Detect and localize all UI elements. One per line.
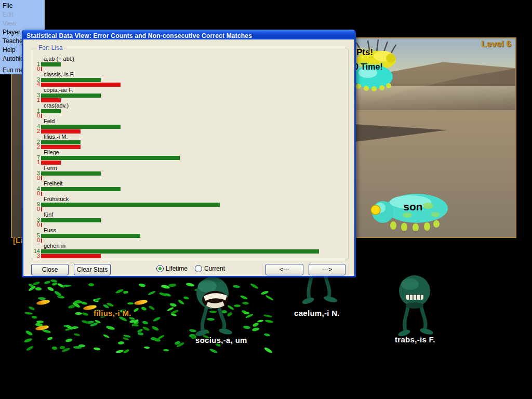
floor-word-label: socius,-a, um [195,336,247,344]
bar-line: 1 [33,62,347,66]
swarm-bug [263,347,272,354]
prev-button[interactable]: <--- [265,264,303,275]
swarm-bug [93,347,100,351]
correct-bar [41,94,101,98]
error-bar [41,176,42,180]
bar-line: 0 [33,222,347,227]
next-button[interactable]: ---> [309,264,345,275]
swarm-bug [82,312,88,316]
error-bar [41,145,81,149]
error-bar [41,207,42,211]
swarm-bug [263,314,272,317]
correct-bar [41,78,101,82]
close-button[interactable]: Close [31,264,69,275]
floor-word-label: caelum,-i N. [294,309,340,317]
swarm-bug [52,346,58,349]
correct-bar [41,218,101,222]
correct-bar [41,171,101,176]
swarm-bug [168,284,176,287]
correct-bar [41,203,220,207]
radio-current[interactable]: Current [195,265,225,272]
swarm-bug [152,325,159,331]
swarm-bug [47,337,53,341]
swarm-bug [163,349,169,352]
floor-word-label: trabs,-is F. [395,335,435,344]
swarm-bug [42,329,51,333]
swarm-bug [115,288,124,294]
swarm-bug [251,327,259,331]
bar-line: 2 [33,129,347,134]
error-bar [41,129,81,134]
swarm-bug [141,307,147,311]
error-count: 0 [33,191,40,196]
time-label: 0 Time! [354,62,383,72]
level-indicator: Level 6 [481,39,511,49]
swarm-bug [250,283,259,289]
swarm-bug [118,341,125,345]
chart-item-label: Fuss [44,227,347,233]
chart-item-label: copia,-ae F. [44,87,347,93]
swarm-bug [133,307,139,312]
monster-trabs[interactable] [392,275,437,337]
radio-group: LifetimeCurrent [156,265,225,272]
swarm-bug [75,312,82,315]
radio-circle-icon[interactable] [156,265,164,272]
orange-bug [134,299,148,305]
correct-bar [41,187,121,191]
clear-stats-button[interactable]: Clear Stats [74,264,111,275]
chart-row: cras(adv.)10 [33,102,347,118]
dialog-titlebar[interactable]: Statistical Data View: Error Counts and … [23,30,354,39]
menu-item-view: View [0,20,45,29]
chart-row: Form30 [33,165,347,180]
swarm-bug [29,306,35,311]
radio-circle-icon[interactable] [195,265,202,272]
swarm-bug [123,349,129,354]
error-count: 0 [33,222,40,227]
swarm-bug [183,296,190,300]
bar-line: 4 [33,82,347,87]
correct-bar [41,249,319,254]
chart-item-label: Form [44,165,347,171]
bar-line: 3 [33,93,347,98]
chart-row: Frühstück90 [33,196,347,211]
stats-dialog: Statistical Data View: Error Counts and … [22,30,356,277]
error-bar [41,254,101,258]
bar-line: 1 [33,109,347,113]
swarm-bug [142,321,149,325]
chart-row: Fuss50 [33,227,347,243]
monster-socius[interactable] [189,276,236,336]
error-count: 4 [33,82,40,87]
error-count: 0 [33,66,40,71]
bar-line: 0 [33,191,347,196]
radio-lifetime[interactable]: Lifetime [156,265,188,272]
dialog-body: For: Lisa a,ab (+ abl.)10classis,-is F.3… [23,39,354,276]
bar-line: 5 [33,233,347,238]
swarm-bug [261,290,269,295]
swarm-bug [147,290,155,296]
chart-item-label: Freiheit [44,180,347,187]
swarm-bug [74,333,80,336]
chart-row: copia,-ae F.31 [33,87,347,102]
bar-line: 1 [33,98,347,102]
bar-line: 0 [33,207,347,211]
error-bar [41,98,61,102]
swarm-bug [116,349,124,353]
swarm-bug [35,287,42,290]
menu-item-file[interactable]: File [0,2,45,11]
swarm-bug [171,313,177,316]
floor-word-label: filius,-i M. [94,309,131,317]
swarm-bug [123,290,129,294]
error-count: 0 [33,207,40,211]
chart-item-label: Feld [44,118,347,124]
swarm-bug [51,282,57,286]
chart-row: filius,-i M.22 [33,134,347,149]
chart-row: gehen in143 [33,243,347,258]
stats-groupbox: For: Lisa a,ab (+ abl.)10classis,-is F.3… [32,44,349,260]
error-count: 1 [33,160,40,165]
bar-line: 9 [33,202,347,207]
correct-bar [41,109,61,113]
swarm-bug [177,299,184,305]
swarm-bug [106,325,115,330]
swarm-bug [252,322,259,327]
error-count: 1 [33,98,40,102]
